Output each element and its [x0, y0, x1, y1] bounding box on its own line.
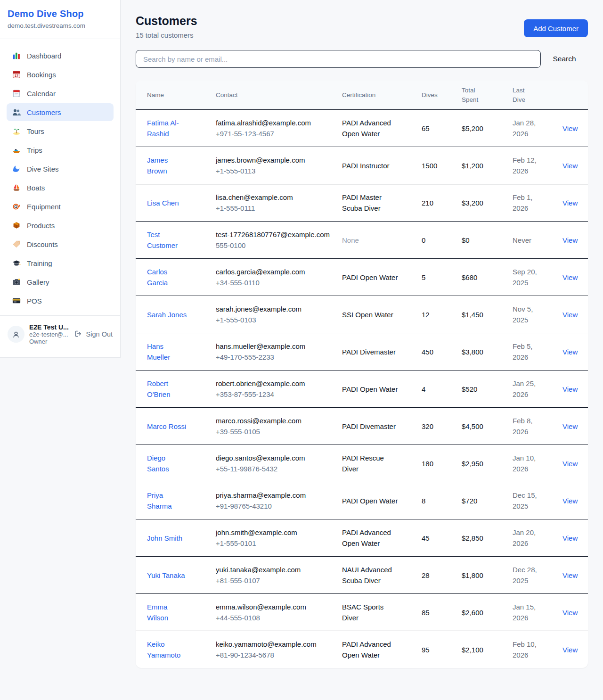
view-link[interactable]: View — [562, 236, 578, 244]
dive-mask-icon — [12, 202, 21, 211]
customer-certification: PADI Advanced Open Water — [342, 117, 401, 139]
user-avatar-icon — [12, 330, 20, 338]
sidebar-user-section: E2E Test U... e2e-tester@... Owner Sign … — [0, 315, 120, 357]
sidebar-item-label: Equipment — [27, 203, 61, 211]
avatar — [8, 326, 24, 343]
customer-name-link[interactable]: Diego Santos — [147, 453, 188, 474]
customer-email: diego.santos@example.com — [216, 453, 331, 463]
customer-email: hans.mueller@example.com — [216, 341, 331, 352]
table-row: Robert O'Brien robert.obrien@example.com… — [136, 371, 588, 408]
sidebar-item-products[interactable]: Products — [7, 216, 114, 234]
view-link[interactable]: View — [562, 162, 578, 170]
table-header-row: NameContactCertificationDivesTotalSpentL… — [136, 81, 588, 110]
customer-total-spent: $2,950 — [462, 458, 513, 469]
sidebar-item-customers[interactable]: Customers — [7, 103, 114, 121]
view-link[interactable]: View — [562, 460, 578, 468]
view-link[interactable]: View — [562, 497, 578, 505]
customer-last-dive: Jan 25, 2026 — [513, 378, 543, 400]
view-link[interactable]: View — [562, 273, 578, 281]
table-row: Diego Santos diego.santos@example.com +5… — [136, 445, 588, 482]
view-link[interactable]: View — [562, 311, 578, 319]
customer-dives: 0 — [422, 235, 462, 246]
view-link[interactable]: View — [562, 534, 578, 542]
customer-name-link[interactable]: Test Customer — [147, 229, 188, 251]
sidebar-item-label: POS — [27, 297, 42, 305]
customer-name-link[interactable]: Fatima Al-Rashid — [147, 117, 188, 139]
table-row: Carlos Garcia carlos.garcia@example.com … — [136, 259, 588, 296]
page-header: Customers 15 total customers Add Custome… — [136, 14, 588, 39]
customer-total-spent: $4,500 — [462, 421, 513, 432]
view-link[interactable]: View — [562, 646, 578, 654]
table-body: Fatima Al-Rashid fatima.alrashid@example… — [136, 110, 588, 668]
sidebar-item-equipment[interactable]: Equipment — [7, 198, 114, 215]
shop-title: Demo Dive Shop — [8, 8, 113, 19]
customer-last-dive: Nov 5, 2025 — [513, 304, 543, 325]
customer-name-link[interactable]: Carlos Garcia — [147, 266, 188, 288]
sidebar-item-trips[interactable]: Trips — [7, 141, 114, 159]
view-link[interactable]: View — [562, 422, 578, 430]
customer-certification: PADI Advanced Open Water — [342, 527, 401, 549]
customer-name-link[interactable]: Marco Rossi — [147, 421, 186, 432]
search-input[interactable] — [136, 50, 541, 68]
sidebar-item-tours[interactable]: Tours — [7, 122, 114, 140]
view-link[interactable]: View — [562, 385, 578, 393]
sign-out-button[interactable]: Sign Out — [74, 330, 113, 338]
user-email: e2e-tester@... — [29, 331, 70, 338]
sidebar-item-calendar[interactable]: Calendar — [7, 84, 114, 102]
customer-name-link[interactable]: Lisa Chen — [147, 198, 179, 208]
customer-email: robert.obrien@example.com — [216, 378, 331, 389]
customer-last-dive: Jan 20, 2026 — [513, 527, 543, 549]
sidebar-item-dive-sites[interactable]: Dive Sites — [7, 160, 114, 178]
customer-name-link[interactable]: James Brown — [147, 155, 188, 176]
column-header-certification: Certification — [342, 91, 422, 100]
customer-certification: PADI Master Scuba Diver — [342, 192, 401, 214]
customer-total-spent: $1,200 — [462, 160, 513, 171]
view-link[interactable]: View — [562, 124, 578, 132]
customer-name-link[interactable]: Keiko Yamamoto — [147, 639, 188, 660]
package-icon — [12, 221, 21, 230]
customer-name-link[interactable]: Robert O'Brien — [147, 378, 188, 400]
customer-phone: +1-555-0101 — [216, 538, 331, 549]
customer-name-link[interactable]: John Smith — [147, 533, 182, 544]
view-link[interactable]: View — [562, 609, 578, 617]
customer-name-link[interactable]: Emma Wilson — [147, 601, 188, 623]
sidebar-item-boats[interactable]: Boats — [7, 179, 114, 197]
column-header-name: Name — [147, 91, 216, 100]
customer-name-link[interactable]: Yuki Tanaka — [147, 570, 185, 581]
customer-name-link[interactable]: Hans Mueller — [147, 341, 188, 362]
view-link[interactable]: View — [562, 571, 578, 579]
svg-text:17: 17 — [15, 74, 18, 78]
main-content: Customers 15 total customers Add Custome… — [136, 14, 588, 668]
sidebar-item-gallery[interactable]: Gallery — [7, 273, 114, 291]
sidebar-item-label: Tours — [27, 127, 44, 135]
customer-name-link[interactable]: Sarah Jones — [147, 309, 187, 320]
sign-out-label: Sign Out — [86, 330, 113, 338]
customer-certification: PADI Instructor — [342, 160, 401, 171]
customer-certification: PADI Open Water — [342, 384, 401, 395]
sidebar-item-label: Gallery — [27, 278, 49, 286]
sidebar-item-dashboard[interactable]: Dashboard — [7, 47, 114, 65]
customer-dives: 320 — [422, 421, 462, 432]
sidebar-item-pos[interactable]: POS — [7, 292, 114, 310]
customer-last-dive: Dec 28, 2025 — [513, 564, 543, 586]
view-link[interactable]: View — [562, 348, 578, 356]
customer-last-dive: Jan 10, 2026 — [513, 453, 543, 474]
sidebar-item-label: Trips — [27, 146, 42, 154]
customer-certification: None — [342, 235, 401, 246]
search-button[interactable]: Search — [541, 55, 588, 63]
customer-total-spent: $1,800 — [462, 570, 513, 581]
add-customer-button[interactable]: Add Customer — [524, 19, 588, 37]
sidebar-item-training[interactable]: Training — [7, 254, 114, 272]
view-link[interactable]: View — [562, 199, 578, 207]
customer-phone: +971-55-123-4567 — [216, 128, 331, 139]
column-header-last-dive: LastDive — [513, 86, 562, 105]
customer-certification: SSI Open Water — [342, 309, 401, 320]
customer-email: lisa.chen@example.com — [216, 192, 331, 203]
customer-name-link[interactable]: Priya Sharma — [147, 490, 188, 511]
customer-total-spent: $680 — [462, 272, 513, 283]
sidebar-item-discounts[interactable]: Discounts — [7, 235, 114, 253]
customer-email: john.smith@example.com — [216, 527, 331, 538]
customer-phone: +91-98765-43210 — [216, 501, 331, 511]
customer-phone: +1-555-0103 — [216, 314, 331, 325]
sidebar-item-bookings[interactable]: 17Bookings — [7, 66, 114, 83]
